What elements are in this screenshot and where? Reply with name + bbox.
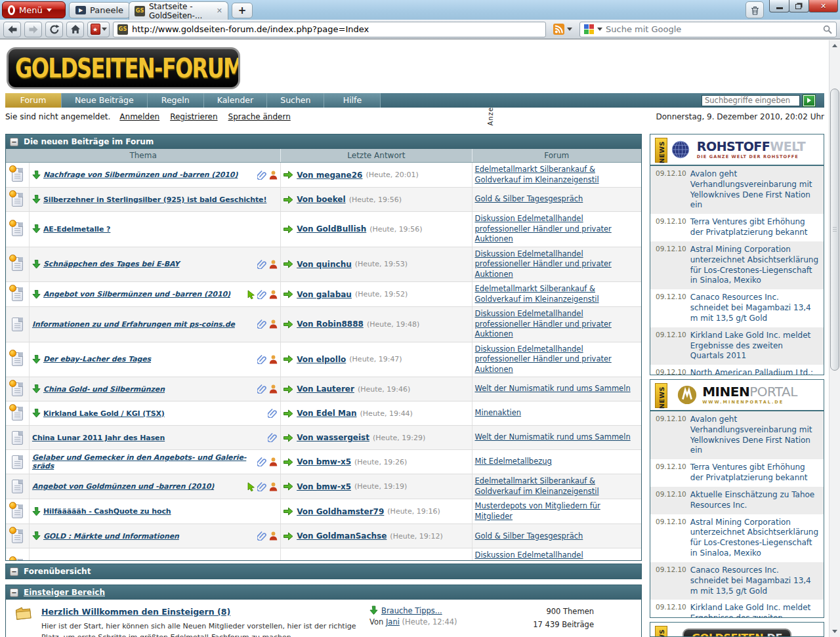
minenportal-logo[interactable]: MINENPORTAL WWW.MINENPORTAL.DE xyxy=(650,380,824,411)
web-search-field[interactable] xyxy=(579,22,837,37)
topic-link[interactable]: China Lunar 2011 Jahr des Hasen xyxy=(32,434,165,442)
closed-tabs-trash-button[interactable] xyxy=(746,1,764,18)
forum-link[interactable]: Welt der Numismatik rund ums Sammeln xyxy=(475,384,631,394)
new-tab-button[interactable]: + xyxy=(232,3,253,18)
nav-tab-suchen[interactable]: Suchen xyxy=(267,93,324,108)
forward-button[interactable] xyxy=(24,22,42,37)
forum-link[interactable]: Gold & Silber Tagesgespräch xyxy=(475,194,583,205)
news-link[interactable]: Aktuelle Einschätzung zu Tahoe Resources… xyxy=(688,487,824,514)
last-poster-link[interactable]: Von elpollo xyxy=(297,355,346,364)
forum-search-input[interactable] xyxy=(702,95,800,106)
topic-link[interactable]: Nachfrage von Silbermünzen und -barren (… xyxy=(43,171,238,179)
scroll-down-arrow[interactable] xyxy=(830,626,840,637)
opera-menu-button[interactable]: Menü xyxy=(2,1,66,18)
topic-link[interactable]: Informationen zu und Erfahrungen mit ps-… xyxy=(32,320,235,329)
goto-post-icon[interactable] xyxy=(284,290,293,298)
restore-button[interactable] xyxy=(789,0,809,12)
search-submit-button[interactable] xyxy=(803,95,815,106)
last-poster-link[interactable]: Von Robin8888 xyxy=(297,319,364,329)
forum-link[interactable]: Diskussion Edelmetallhandel professionel… xyxy=(475,344,639,375)
forum-link[interactable]: Diskussion Edelmetallhandel professionel… xyxy=(475,214,639,245)
url-input[interactable] xyxy=(132,24,541,34)
last-poster-link[interactable]: Von GoldmanSachse xyxy=(297,531,387,541)
reload-button[interactable] xyxy=(45,22,63,37)
forum-link[interactable]: Edelmetallmarkt Silberankauf & Goldverka… xyxy=(475,165,639,185)
forum-link[interactable]: Herzlich Willkommen den Einsteigern (8) xyxy=(41,607,230,617)
last-poster-link[interactable]: Jani xyxy=(386,617,400,627)
forum-link[interactable]: Mit Edelmetallbezug xyxy=(475,457,552,467)
minimize-button[interactable] xyxy=(769,0,789,12)
last-poster-link[interactable]: Von boekel xyxy=(297,195,345,204)
news-link[interactable]: Astral Mining Corporation unterzeichnet … xyxy=(688,514,824,562)
account-link-anmelden[interactable]: Anmelden xyxy=(119,112,159,121)
last-poster-link[interactable]: Von quinchu xyxy=(297,260,352,269)
last-poster-link[interactable]: Von galabau xyxy=(297,290,352,299)
goto-post-icon[interactable] xyxy=(284,482,293,491)
last-post-link[interactable]: Brauche Tipps... xyxy=(381,606,442,615)
back-button[interactable] xyxy=(3,22,21,37)
scrollbar-thumb[interactable] xyxy=(830,89,839,371)
forum-link[interactable]: Diskussion Edelmetallhandel professionel… xyxy=(475,249,639,280)
site-logo[interactable]: GOLDSEITEN-FORUM.DE xyxy=(7,47,240,89)
einsteiger-category-link[interactable]: Einsteiger Bereich xyxy=(24,588,105,597)
close-button[interactable]: ✕ xyxy=(808,0,838,12)
rohstoffwelt-logo[interactable]: ROHSTOFFWELT DIE GANZE WELT DER ROHSTOFF… xyxy=(650,134,824,166)
topic-link[interactable]: Angebot von Silbermünzen und -barren (20… xyxy=(43,290,230,298)
last-poster-link[interactable]: Von GoldBullish xyxy=(297,224,366,234)
account-link-registrieren[interactable]: Registrieren xyxy=(170,112,217,121)
goto-post-icon[interactable] xyxy=(284,507,293,516)
nav-tab-hilfe[interactable]: Hilfe xyxy=(324,93,381,108)
goto-post-icon[interactable] xyxy=(284,355,293,363)
topic-link[interactable]: China Gold- und Silbermünzen xyxy=(43,385,165,394)
news-link[interactable]: Kirkland Lake Gold Inc. meldet Ergebniss… xyxy=(688,600,824,618)
topic-link[interactable]: Schnäppchen des Tages bei E-BAY xyxy=(43,260,179,268)
nav-tab-kalender[interactable]: Kalender xyxy=(204,93,268,108)
goto-post-icon[interactable] xyxy=(284,409,293,418)
topic-link[interactable]: Der ebay-Lacher des Tages xyxy=(43,355,151,363)
last-poster-link[interactable]: Von megane26 xyxy=(297,171,362,180)
page-scrollbar[interactable] xyxy=(829,40,840,637)
rss-feed-button[interactable] xyxy=(549,24,576,35)
forum-link[interactable]: Diskussion Edelmetallhandel professionel… xyxy=(475,309,639,340)
forum-link[interactable]: Minenaktien xyxy=(475,408,522,419)
goto-post-icon[interactable] xyxy=(284,171,293,179)
news-link[interactable]: Canaco Resources Inc. schneidet bei Maga… xyxy=(688,562,824,600)
topic-link[interactable]: AE-Edelmetalle ? xyxy=(43,225,110,234)
last-poster-link[interactable]: Von Goldhamster79 xyxy=(297,507,384,516)
topic-link[interactable]: Kirkland Lake Gold / KGI (TSX) xyxy=(43,409,165,418)
account-link-sprache-ndern[interactable]: Sprache ändern xyxy=(228,112,291,121)
topic-link[interactable]: Gelaber und Gemecker in den Angebots- un… xyxy=(32,453,255,470)
goto-post-icon[interactable] xyxy=(284,434,293,442)
topic-link[interactable]: Angebot von Goldmünzen und -barren (2010… xyxy=(32,482,214,491)
browser-tab[interactable]: GS Startseite - GoldSeiten-... ✕ xyxy=(129,1,228,20)
news-link[interactable]: Avalon geht Verhandlungsvereinbarung mit… xyxy=(688,411,824,459)
goto-post-icon[interactable] xyxy=(284,385,293,394)
nav-tab-regeln[interactable]: Regeln xyxy=(148,93,204,108)
address-bar[interactable]: GS xyxy=(113,22,546,37)
last-poster-link[interactable]: Von Lauterer xyxy=(297,384,354,394)
forum-link[interactable]: Gold & Silber Tagesgespräch xyxy=(475,531,583,542)
goto-post-icon[interactable] xyxy=(284,260,293,268)
goto-post-icon[interactable] xyxy=(284,532,293,541)
goto-post-icon[interactable] xyxy=(284,458,293,466)
bookmarks-button[interactable]: ★ xyxy=(87,22,110,37)
goto-post-icon[interactable] xyxy=(284,225,293,234)
last-poster-link[interactable]: Von Edel Man xyxy=(297,409,356,418)
news-link[interactable]: Avalon geht Verhandlungsvereinbarung mit… xyxy=(688,166,824,214)
topic-link[interactable]: GOLD : Märkte und Informationen xyxy=(43,532,179,541)
news-link[interactable]: Canaco Resources Inc. schneidet bei Maga… xyxy=(688,289,824,327)
goto-post-icon[interactable] xyxy=(284,195,293,204)
panels-button[interactable]: ▶ Paneele xyxy=(69,2,130,18)
news-link[interactable]: Astral Mining Corporation unterzeichnet … xyxy=(688,241,824,289)
forum-link[interactable]: Edelmetallmarkt Silberankauf & Goldverka… xyxy=(475,284,639,304)
topic-link[interactable]: Silberzehner in Sterlingsilber (925) ist… xyxy=(43,195,266,204)
last-poster-link[interactable]: Von wassergeist xyxy=(297,433,369,442)
forum-link[interactable]: Musterdepots von Mitgliedern für Mitglie… xyxy=(475,501,639,522)
forum-link[interactable]: Edelmetallmarkt Silberankauf & Goldverka… xyxy=(475,476,639,497)
goldseiten-logo[interactable]: GOLDSEITEN.DE xyxy=(650,623,824,637)
tab-close-icon[interactable]: ✕ xyxy=(217,7,222,15)
forum-link[interactable]: Welt der Numismatik rund ums Sammeln xyxy=(475,432,631,443)
last-poster-link[interactable]: Von bmw-x5 xyxy=(297,482,351,491)
topic-link[interactable]: Hilfäääääh - CashQuote zu hoch xyxy=(43,507,171,516)
home-button[interactable] xyxy=(66,22,84,37)
